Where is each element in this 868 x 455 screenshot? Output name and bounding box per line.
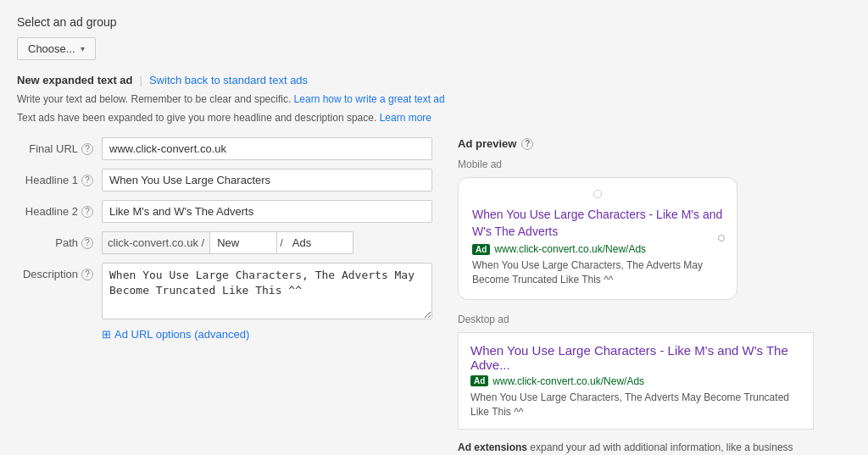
plus-icon: ⊞ [102, 328, 111, 341]
form-section: Final URL ? Headline 1 ? Headline 2 ? [17, 137, 432, 455]
headline1-label: Headline 1 ? [17, 174, 102, 186]
mobile-ad-url: www.click-convert.co.uk/New/Ads [494, 243, 646, 255]
ad-type-label: New expanded text ad [17, 74, 133, 86]
preview-header: Ad preview ? [458, 137, 851, 150]
path2-input[interactable] [286, 231, 353, 254]
mobile-notch-circle [593, 190, 602, 198]
extensions-bold: Ad extensions [458, 441, 527, 453]
mobile-ad-title: When You Use Large Characters - Like M's… [472, 207, 723, 240]
url-options-section: ⊞ Ad URL options (advanced) [102, 328, 432, 341]
url-options-link[interactable]: ⊞ Ad URL options (advanced) [102, 328, 432, 341]
path-label: Path ? [17, 236, 102, 249]
desktop-preview-card: When You Use Large Characters - Like M's… [458, 332, 814, 430]
learn-more-link[interactable]: Learn more [380, 112, 431, 124]
desktop-ad-url: www.click-convert.co.uk/New/Ads [492, 375, 644, 387]
description-row: Description ? [17, 263, 432, 319]
headline1-help-icon[interactable]: ? [81, 175, 93, 186]
preview-help-icon[interactable]: ? [521, 138, 533, 150]
path-prefix: click-convert.co.uk / [102, 231, 209, 254]
desktop-ad-title: When You Use Large Characters - Like M's… [470, 343, 801, 372]
mobile-ad-label: Mobile ad [458, 158, 851, 170]
headline2-input[interactable] [102, 200, 432, 223]
mobile-ad-badge: Ad [472, 244, 490, 255]
info-line-2: Text ads have been expanded to give you … [17, 110, 851, 125]
choose-button-label: Choose... [28, 42, 75, 55]
final-url-help-icon[interactable]: ? [81, 143, 93, 155]
description-help-icon[interactable]: ? [81, 269, 93, 280]
info-line-1: Write your text ad below. Remember to be… [17, 92, 851, 107]
desktop-ad-label: Desktop ad [458, 314, 851, 325]
preview-section: Ad preview ? Mobile ad When You Use Larg… [458, 137, 851, 455]
description-textarea[interactable] [102, 263, 432, 319]
mobile-notch [472, 190, 723, 198]
path-inputs: click-convert.co.uk / / [102, 231, 432, 254]
final-url-row: Final URL ? [17, 137, 432, 160]
pipe-divider: | [140, 74, 142, 86]
headline1-input[interactable] [102, 169, 432, 191]
choose-button[interactable]: Choose... ▾ [17, 37, 96, 60]
headline2-label: Headline 2 ? [17, 205, 102, 218]
desktop-ad-description: When You Use Large Characters, The Adver… [470, 391, 801, 419]
desktop-ad-badge: Ad [470, 375, 488, 386]
chevron-down-icon: ▾ [81, 44, 85, 53]
path-slash-2: / [277, 231, 286, 254]
path1-input[interactable] [209, 231, 277, 254]
final-url-label: Final URL ? [17, 142, 102, 155]
path-row: Path ? click-convert.co.uk / / [17, 231, 432, 254]
select-ad-group-label: Select an ad group [17, 15, 851, 29]
path-help-icon[interactable]: ? [81, 237, 93, 249]
learn-how-link[interactable]: Learn how to write a great text ad [294, 93, 445, 105]
headline2-help-icon[interactable]: ? [81, 206, 93, 218]
final-url-input[interactable] [102, 137, 432, 160]
desktop-ad-url-row: Ad www.click-convert.co.uk/New/Ads [470, 375, 801, 387]
extensions-text: Ad extensions expand your ad with additi… [458, 440, 814, 455]
headline2-row: Headline 2 ? [17, 200, 432, 223]
mobile-ad-url-row: Ad www.click-convert.co.uk/New/Ads [472, 243, 723, 255]
mobile-preview-card: When You Use Large Characters - Like M's… [458, 177, 737, 300]
description-label: Description ? [17, 263, 102, 280]
switch-to-standard-link[interactable]: Switch back to standard text ads [149, 74, 308, 86]
mobile-dot-icon [718, 235, 725, 241]
mobile-ad-description: When You Use Large Characters, The Adver… [472, 258, 723, 287]
headline1-row: Headline 1 ? [17, 169, 432, 191]
